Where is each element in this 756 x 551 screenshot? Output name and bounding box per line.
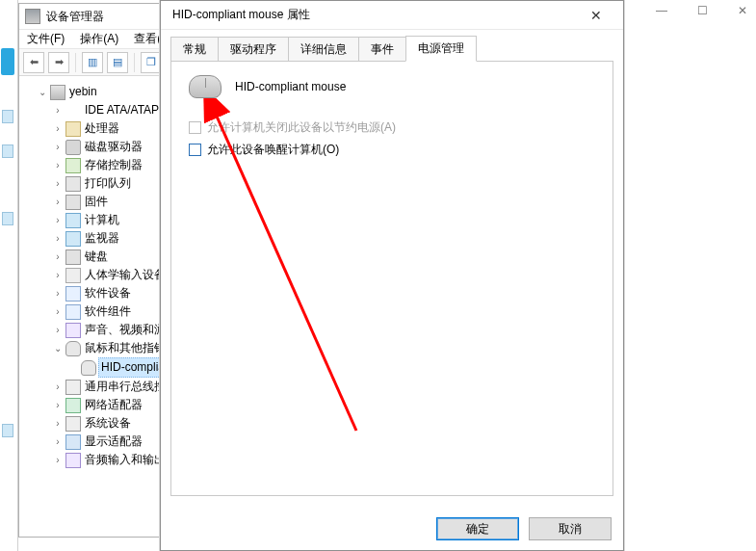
tab-label: 常规 [183,42,206,56]
strip-accent [1,48,14,75]
expander-icon[interactable]: › [52,414,64,433]
expander-icon[interactable]: › [52,156,64,174]
tree-node-label: 监视器 [85,229,119,248]
category-icon [65,121,81,137]
category-icon [65,416,81,432]
tab-strip: 常规驱动程序详细信息事件电源管理 [161,36,623,61]
tab-label: 电源管理 [418,41,464,55]
toolbar-button[interactable]: ▤ [107,52,128,73]
tree-node-label: 磁盘驱动器 [85,138,143,156]
category-icon [65,304,81,320]
category-icon [65,140,81,155]
tree-node-label: 音频输入和输出 [85,451,166,469]
category-icon [65,158,81,173]
expander-icon[interactable]: › [52,101,64,119]
tab-0[interactable]: 常规 [170,37,219,62]
device-manager-title: 设备管理器 [46,9,104,25]
bg-max-icon[interactable]: ☐ [694,4,710,17]
option-power-off-label: 允许计算机关闭此设备以节约电源(A) [207,119,396,136]
category-icon [65,268,81,283]
option-wake-row[interactable]: 允许此设备唤醒计算机(O) [189,142,595,158]
background-window-controls: — ☐ ✕ [654,4,750,17]
ok-button[interactable]: 确定 [436,517,519,540]
strip-stub [2,212,13,225]
bg-close-icon[interactable]: ✕ [735,4,750,17]
strip-stub [2,144,13,158]
category-icon [65,249,81,265]
device-manager-icon [25,9,40,24]
expander-icon[interactable]: › [52,378,64,396]
expander-icon[interactable]: › [52,266,64,284]
expander-icon[interactable]: › [52,229,64,248]
tree-node-label: 计算机 [85,211,119,229]
device-header: HID-compliant mouse [189,75,595,98]
expander-icon[interactable]: › [52,119,64,138]
category-icon [65,380,81,395]
tab-2[interactable]: 详细信息 [288,37,359,62]
category-icon [65,453,81,468]
close-icon: ✕ [590,8,602,23]
tab-4[interactable]: 电源管理 [405,36,477,62]
toolbar-forward-button[interactable]: ➡ [48,52,69,73]
checkbox-power-off [189,121,201,134]
toolbar-sep [75,53,76,72]
expander-icon[interactable]: › [52,193,64,211]
tab-label: 事件 [371,42,394,56]
expander-icon[interactable]: › [52,396,64,414]
toolbar-sep [134,53,135,72]
tree-node-label: 人体学输入设备 [85,266,166,284]
expander-open-icon[interactable]: ⌄ [52,339,64,357]
checkbox-wake[interactable] [189,144,201,156]
option-power-off-row: 允许计算机关闭此设备以节约电源(A) [189,119,595,136]
expander-icon[interactable]: › [52,138,64,156]
tree-node-label: 存储控制器 [85,156,143,174]
category-icon [65,398,81,413]
expander-icon[interactable]: › [52,248,64,266]
menu-action[interactable]: 操作(A) [76,30,122,48]
expander-icon[interactable]: › [52,284,64,302]
expander-icon[interactable]: › [52,174,64,193]
close-button[interactable]: ✕ [577,3,615,28]
expander-icon[interactable]: › [52,321,64,339]
toolbar-button[interactable]: ▥ [82,52,103,73]
dialog-button-row: 确定 取消 [436,517,612,540]
cancel-button-label: 取消 [559,521,582,538]
tab-3[interactable]: 事件 [358,37,406,62]
cancel-button[interactable]: 取消 [529,517,612,540]
category-icon [65,323,81,338]
expander-icon[interactable]: › [52,451,64,469]
tab-1[interactable]: 驱动程序 [218,37,289,62]
ok-button-label: 确定 [466,521,489,538]
category-icon [65,176,81,192]
toolbar-button[interactable]: ❐ [141,52,162,73]
expander-icon[interactable]: › [52,302,64,321]
category-icon [65,341,81,356]
toolbar-back-button[interactable]: ⬅ [23,52,44,73]
tree-node-label: 系统设备 [85,414,131,433]
device-icon [81,360,96,376]
category-icon [65,231,81,247]
strip-stub [2,110,13,123]
expander-icon[interactable]: › [52,433,64,451]
expander-icon[interactable]: › [52,211,64,229]
category-icon [65,195,81,210]
category-icon [65,434,81,450]
tree-node-label: 处理器 [85,119,119,138]
computer-icon [50,85,65,100]
tree-node-label: 网络适配器 [85,396,143,414]
dialog-titlebar[interactable]: HID-compliant mouse 属性 ✕ [161,1,623,30]
bg-min-icon[interactable]: — [654,4,669,17]
category-icon [65,103,81,118]
mouse-icon [189,75,222,98]
dialog-title: HID-compliant mouse 属性 [172,7,577,23]
menu-file[interactable]: 文件(F) [23,30,68,48]
expander-icon[interactable]: ⌄ [37,83,48,101]
tree-node-label: 固件 [85,193,108,211]
device-name-label: HID-compliant mouse [235,80,346,93]
tab-panel-power: HID-compliant mouse 允许计算机关闭此设备以节约电源(A) 允… [170,61,613,496]
strip-stub [2,424,13,437]
tree-node-label: 软件组件 [85,302,131,321]
tab-label: 详细信息 [300,42,347,56]
option-wake-label: 允许此设备唤醒计算机(O) [207,142,339,158]
category-icon [65,286,81,302]
